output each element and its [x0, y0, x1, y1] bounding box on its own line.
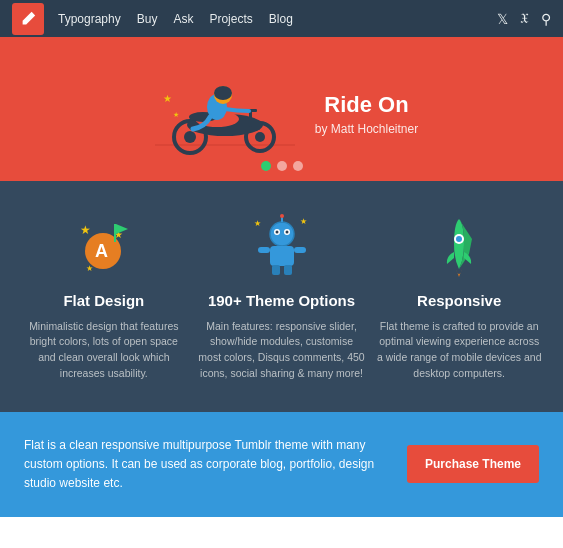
feature-responsive: Responsive Flat theme is crafted to prov…: [375, 211, 543, 382]
flat-design-icon: A ★ ★ ★: [20, 211, 188, 281]
svg-point-33: [280, 214, 284, 218]
svg-point-25: [275, 230, 278, 233]
theme-options-desc: Main features: responsive slider, show/h…: [198, 319, 366, 382]
nav-link-ask[interactable]: Ask: [173, 12, 193, 26]
feature-flat-design: A ★ ★ ★ Flat Design Minimalistic design …: [20, 211, 188, 382]
svg-point-12: [214, 86, 232, 100]
svg-point-37: [456, 236, 462, 242]
hero-section: ★ ★ Ride On by Matt Hochleitner: [0, 37, 563, 181]
twitter-icon[interactable]: 𝕏: [497, 11, 508, 27]
hero-text: Ride On by Matt Hochleitner: [315, 92, 418, 136]
theme-options-title: 190+ Theme Options: [198, 291, 366, 311]
nav-links: Typography Buy Ask Projects Blog: [58, 12, 497, 26]
flat-design-title: Flat Design: [20, 291, 188, 311]
svg-rect-31: [284, 265, 292, 275]
svg-point-26: [285, 230, 288, 233]
logo[interactable]: [12, 3, 44, 35]
svg-text:★: ★: [80, 223, 91, 237]
svg-text:A: A: [95, 241, 108, 261]
svg-point-22: [270, 222, 294, 246]
cta-section: Flat is a clean responsive multipurpose …: [0, 412, 563, 518]
responsive-title: Responsive: [375, 291, 543, 311]
motorcycle-illustration: ★ ★: [145, 67, 305, 157]
svg-rect-27: [270, 246, 294, 266]
dot-1[interactable]: [261, 161, 271, 171]
dot-2[interactable]: [277, 161, 287, 171]
svg-text:★: ★: [300, 217, 307, 226]
social-icons: 𝕏 𝔛 ⚲: [497, 10, 551, 27]
cta-text: Flat is a clean responsive multipurpose …: [24, 436, 387, 494]
purchase-button[interactable]: Purchase Theme: [407, 445, 539, 483]
hero-subtitle: by Matt Hochleitner: [315, 122, 418, 136]
feature-theme-options: ★ ★ 190+ Theme Options Main features: re…: [198, 211, 366, 382]
svg-point-4: [255, 132, 265, 142]
search-icon[interactable]: ⚲: [541, 11, 551, 27]
flat-design-desc: Minimalistic design that features bright…: [20, 319, 188, 382]
responsive-desc: Flat theme is crafted to provide an opti…: [375, 319, 543, 382]
features-section: A ★ ★ ★ Flat Design Minimalistic design …: [0, 181, 563, 412]
svg-rect-20: [114, 224, 116, 242]
facebook-icon[interactable]: 𝔛: [520, 10, 529, 27]
nav-link-projects[interactable]: Projects: [209, 12, 252, 26]
svg-text:★: ★: [163, 93, 172, 104]
svg-point-2: [184, 131, 196, 143]
nav-link-buy[interactable]: Buy: [137, 12, 158, 26]
dot-3[interactable]: [293, 161, 303, 171]
navbar: Typography Buy Ask Projects Blog 𝕏 𝔛 ⚲: [0, 0, 563, 37]
svg-rect-30: [272, 265, 280, 275]
svg-rect-28: [258, 247, 270, 253]
carousel-dots[interactable]: [261, 161, 303, 171]
nav-link-typography[interactable]: Typography: [58, 12, 121, 26]
svg-text:★: ★: [254, 219, 261, 228]
responsive-icon: [375, 211, 543, 281]
hero-title: Ride On: [315, 92, 418, 118]
svg-text:★: ★: [86, 264, 93, 273]
svg-rect-29: [294, 247, 306, 253]
svg-text:★: ★: [173, 111, 179, 118]
theme-options-icon: ★ ★: [198, 211, 366, 281]
nav-link-blog[interactable]: Blog: [269, 12, 293, 26]
hero-image: ★ ★: [145, 67, 305, 161]
